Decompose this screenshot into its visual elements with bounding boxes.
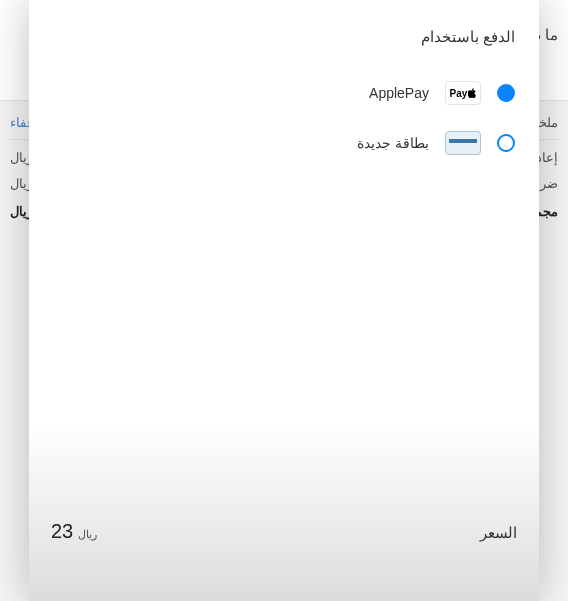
apple-pay-icon: Pay [445,81,481,105]
price-label: السعر [480,524,517,542]
price-value: 23 ريال [51,520,101,543]
payment-option-label: ApplePay [369,85,429,101]
price-unit: ريال [78,528,97,540]
payment-option-applepay[interactable]: Pay ApplePay [53,70,515,116]
payment-option-newcard[interactable]: بطاقة جديدة [53,120,515,166]
sheet-body: الدفع باستخدام Pay ApplePay بطاقة جديدة [29,0,539,504]
price-bar: السعر 23 ريال [29,504,539,601]
payment-sheet: الدفع باستخدام Pay ApplePay بطاقة جديدة … [29,0,539,601]
pay-with-title: الدفع باستخدام [53,28,515,46]
radio-unselected-icon [497,134,515,152]
credit-card-icon [445,131,481,155]
radio-selected-icon [497,84,515,102]
payment-option-label: بطاقة جديدة [357,135,429,151]
price-number: 23 [51,520,73,542]
